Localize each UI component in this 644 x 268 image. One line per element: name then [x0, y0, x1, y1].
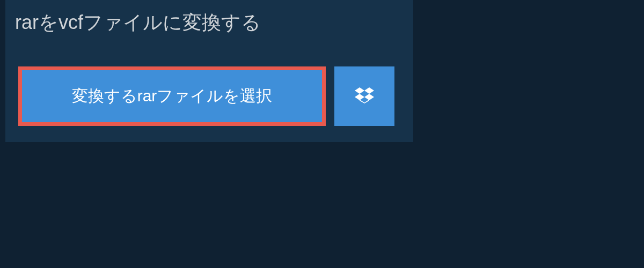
- select-file-button-label: 変換するrarファイルを選択: [72, 85, 273, 107]
- dropbox-icon: [355, 86, 374, 107]
- button-row: 変換するrarファイルを選択: [5, 66, 413, 126]
- select-file-button[interactable]: 変換するrarファイルを選択: [18, 66, 326, 126]
- dropbox-button[interactable]: [334, 66, 394, 126]
- converter-panel: rarをvcfファイルに変換する 変換するrarファイルを選択: [5, 0, 413, 142]
- page-title: rarをvcfファイルに変換する: [5, 0, 322, 48]
